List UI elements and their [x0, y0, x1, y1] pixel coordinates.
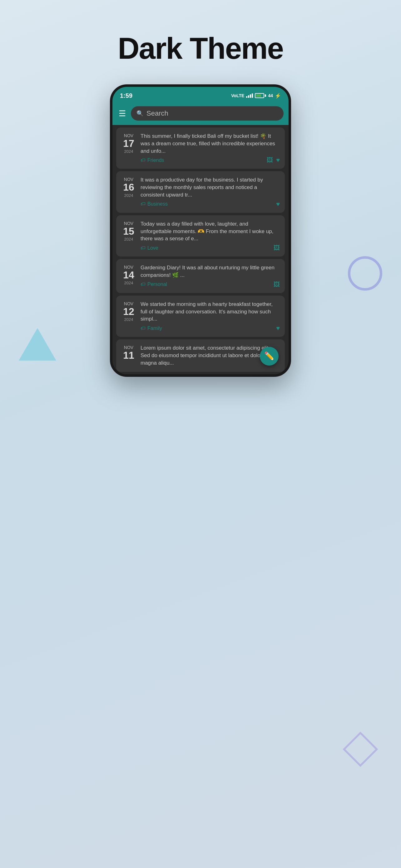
bg-diamond-shape	[343, 732, 378, 767]
heart-icon[interactable]: ♥	[276, 200, 280, 208]
entry-year: 2024	[124, 149, 133, 154]
entry-content: Lorem ipsum dolor sit amet, consectetur …	[140, 344, 280, 367]
entry-month: Nov	[124, 177, 133, 182]
entry-text: It was a productive day for the business…	[140, 176, 280, 198]
tag-icon: 🏷	[140, 281, 145, 287]
entry-content: It was a productive day for the business…	[140, 176, 280, 208]
tag-label: Family	[147, 326, 162, 331]
entry-footer: 🏷 Family ♥	[140, 324, 280, 332]
entry-year: 2024	[124, 281, 133, 285]
tag-icon: 🏷	[140, 326, 145, 331]
battery-icon	[255, 93, 266, 98]
tag-label: Love	[147, 245, 158, 251]
heart-icon[interactable]: ♥	[276, 157, 280, 164]
signal-bars-icon	[246, 93, 253, 98]
entry-day: 14	[123, 270, 134, 281]
entry-footer: 🏷 Personal 🖼	[140, 281, 280, 288]
entries-list: Nov 17 2024 This summer, I finally ticke…	[112, 125, 289, 374]
entry-date: Nov 12 2024	[121, 301, 136, 332]
entry-actions: ♥	[276, 324, 280, 332]
page-title: Dark Theme	[0, 0, 401, 84]
entry-tag: 🏷 Love	[140, 245, 158, 251]
status-icons: VoLTE 44 ⚡	[231, 93, 281, 99]
table-row[interactable]: Nov 12 2024 We started the morning with …	[116, 296, 285, 337]
entry-text: Gardening Diary! It was all about nurtur…	[140, 264, 280, 279]
entry-tag: 🏷 Business	[140, 201, 168, 207]
entry-year: 2024	[124, 237, 133, 242]
entry-year: 2024	[124, 193, 133, 198]
entry-month: Nov	[124, 301, 133, 306]
entry-actions: 🖼 ♥	[267, 157, 280, 164]
tag-label: Personal	[147, 281, 167, 287]
heart-icon[interactable]: ♥	[276, 324, 280, 332]
tag-label: Friends	[147, 157, 164, 163]
entry-day: 11	[123, 350, 134, 361]
entry-tag: 🏷 Friends	[140, 157, 164, 163]
entry-day: 17	[123, 138, 134, 149]
entry-date: Nov 17 2024	[121, 132, 136, 164]
tag-icon: 🏷	[140, 157, 145, 163]
entry-actions: 🖼	[274, 244, 280, 251]
image-icon: 🖼	[267, 157, 273, 164]
entry-content: This summer, I finally ticked Bali off m…	[140, 132, 280, 164]
entry-text: We started the morning with a hearty bre…	[140, 301, 280, 323]
entry-day: 15	[123, 226, 134, 237]
entry-actions: ♥	[276, 200, 280, 208]
entry-date: Nov 11	[121, 344, 136, 367]
entry-day: 16	[123, 182, 134, 193]
entry-text: Lorem ipsum dolor sit amet, consectetur …	[140, 344, 280, 367]
status-time: 1:59	[120, 92, 132, 99]
battery-level: 44	[268, 93, 273, 98]
entry-tag: 🏷 Family	[140, 326, 162, 331]
entry-footer: 🏷 Business ♥	[140, 200, 280, 208]
table-row[interactable]: Nov 16 2024 It was a productive day for …	[116, 171, 285, 213]
image-icon: 🖼	[274, 244, 280, 251]
table-row[interactable]: Nov 17 2024 This summer, I finally ticke…	[116, 127, 285, 169]
entry-content: Gardening Diary! It was all about nurtur…	[140, 264, 280, 288]
search-icon: 🔍	[136, 110, 143, 117]
edit-icon: ✏️	[264, 351, 274, 361]
tag-icon: 🏷	[140, 245, 145, 251]
phone-mockup: 1:59 VoLTE 44 ⚡	[0, 84, 401, 377]
entry-content: Today was a day filled with love, laught…	[140, 220, 280, 251]
volte-icon: VoLTE	[231, 93, 244, 98]
entry-year: 2024	[124, 317, 133, 322]
new-entry-fab[interactable]: ✏️	[260, 347, 278, 366]
table-row[interactable]: Nov 15 2024 Today was a day filled with …	[116, 215, 285, 256]
entry-month: Nov	[124, 345, 133, 350]
entry-text: Today was a day filled with love, laught…	[140, 220, 280, 243]
hamburger-menu-icon[interactable]: ☰	[118, 107, 127, 120]
entry-tag: 🏷 Personal	[140, 281, 167, 287]
entry-date: Nov 15 2024	[121, 220, 136, 251]
entry-date: Nov 16 2024	[121, 176, 136, 208]
entry-day: 12	[123, 306, 134, 317]
entry-date: Nov 14 2024	[121, 264, 136, 288]
status-bar: 1:59 VoLTE 44 ⚡	[112, 87, 289, 103]
entry-month: Nov	[124, 133, 133, 138]
charging-icon: ⚡	[275, 93, 281, 99]
entry-text: This summer, I finally ticked Bali off m…	[140, 132, 280, 155]
entry-content: We started the morning with a hearty bre…	[140, 301, 280, 332]
entry-actions: 🖼	[274, 281, 280, 288]
table-row[interactable]: Nov 14 2024 Gardening Diary! It was all …	[116, 259, 285, 293]
tag-label: Business	[147, 201, 168, 207]
entry-month: Nov	[124, 221, 133, 226]
search-input[interactable]: Search	[146, 110, 168, 118]
entry-footer: 🏷 Friends 🖼 ♥	[140, 157, 280, 164]
entry-month: Nov	[124, 265, 133, 270]
search-bar[interactable]: 🔍 Search	[131, 106, 283, 121]
phone-body: 1:59 VoLTE 44 ⚡	[110, 84, 291, 377]
entry-footer: 🏷 Love 🖼	[140, 244, 280, 251]
tag-icon: 🏷	[140, 201, 145, 207]
table-row[interactable]: Nov 11 Lorem ipsum dolor sit amet, conse…	[116, 339, 285, 372]
image-icon: 🖼	[274, 281, 280, 288]
app-toolbar: ☰ 🔍 Search	[112, 103, 289, 125]
